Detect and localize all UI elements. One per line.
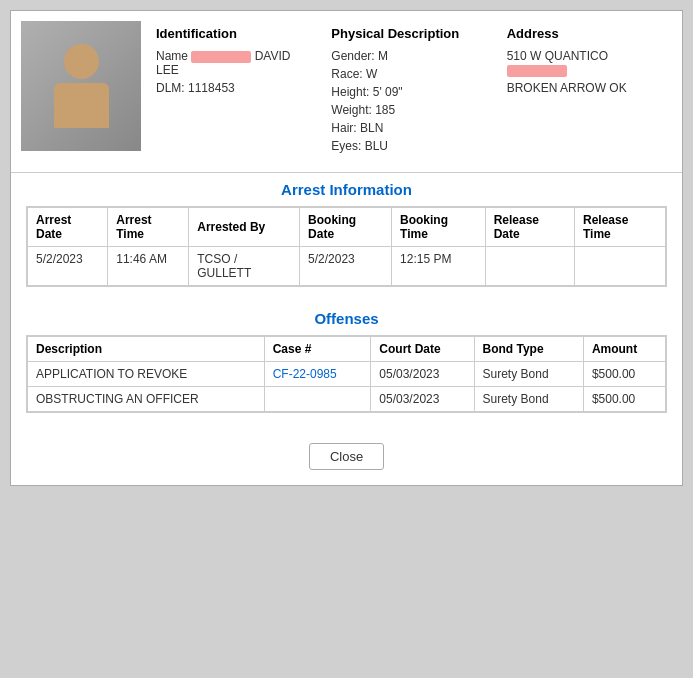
col-release-time: Release Time: [574, 208, 665, 247]
gender-row: Gender: M: [331, 49, 491, 63]
address-street: 510 W QUANTICO: [507, 49, 608, 63]
info-section: Identification Name DAVID LEE DLM: 11184…: [11, 11, 682, 173]
eyes-value: BLU: [365, 139, 388, 153]
arrest-section-title: Arrest Information: [11, 173, 682, 206]
arrest-table-header-row: Arrest Date Arrest Time Arrested By Book…: [28, 208, 666, 247]
case-number: [264, 387, 371, 412]
table-cell: 11:46 AM: [108, 247, 189, 286]
table-cell: [574, 247, 665, 286]
height-row: Height: 5' 09": [331, 85, 491, 99]
identification-column: Identification Name DAVID LEE DLM: 11184…: [151, 21, 321, 162]
bond-amount: $500.00: [583, 387, 665, 412]
col-arrested-by: Arrested By: [189, 208, 300, 247]
offense-description: OBSTRUCTING AN OFFICER: [28, 387, 265, 412]
col-description: Description: [28, 337, 265, 362]
physical-description-column: Physical Description Gender: M Race: W H…: [326, 21, 496, 162]
table-row: OBSTRUCTING AN OFFICER05/03/2023Surety B…: [28, 387, 666, 412]
weight-row: Weight: 185: [331, 103, 491, 117]
arrest-table-container: Arrest Date Arrest Time Arrested By Book…: [11, 206, 682, 302]
dlm-value: 1118453: [188, 81, 235, 95]
offenses-table-container: Description Case # Court Date Bond Type …: [11, 335, 682, 428]
physical-description-header: Physical Description: [331, 26, 491, 41]
hair-value: BLN: [360, 121, 383, 135]
offenses-header-row: Description Case # Court Date Bond Type …: [28, 337, 666, 362]
height-value: 5' 09": [373, 85, 403, 99]
name-redacted: [191, 51, 251, 63]
weight-value: 185: [375, 103, 395, 117]
offenses-section-title: Offenses: [11, 302, 682, 335]
hair-row: Hair: BLN: [331, 121, 491, 135]
table-cell: 5/2/2023: [28, 247, 108, 286]
race-label: Race:: [331, 67, 362, 81]
col-amount: Amount: [583, 337, 665, 362]
close-button[interactable]: Close: [309, 443, 384, 470]
mugshot-photo: [21, 21, 141, 151]
col-bond-type: Bond Type: [474, 337, 583, 362]
race-value: W: [366, 67, 377, 81]
bond-type: Surety Bond: [474, 362, 583, 387]
eyes-row: Eyes: BLU: [331, 139, 491, 153]
table-cell: TCSO / GULLETT: [189, 247, 300, 286]
col-release-date: Release Date: [485, 208, 574, 247]
offenses-table: Description Case # Court Date Bond Type …: [27, 336, 666, 412]
name-label: Name: [156, 49, 191, 63]
name-row: Name DAVID LEE: [156, 49, 316, 77]
arrest-info-section: Arrest Information Arrest Date Arrest Ti…: [11, 173, 682, 302]
bond-amount: $500.00: [583, 362, 665, 387]
gender-value: M: [378, 49, 388, 63]
arrest-table: Arrest Date Arrest Time Arrested By Book…: [27, 207, 666, 286]
address-redacted: [507, 65, 567, 77]
table-cell: 5/2/2023: [300, 247, 392, 286]
address-line2: BROKEN ARROW OK: [507, 81, 667, 95]
gender-label: Gender:: [331, 49, 374, 63]
race-row: Race: W: [331, 67, 491, 81]
case-link[interactable]: CF-22-0985: [273, 367, 337, 381]
table-row: 5/2/202311:46 AMTCSO / GULLETT5/2/202312…: [28, 247, 666, 286]
col-booking-time: Booking Time: [392, 208, 486, 247]
address-column: Address 510 W QUANTICO BROKEN ARROW OK: [502, 21, 672, 162]
main-container: Identification Name DAVID LEE DLM: 11184…: [10, 10, 683, 486]
identification-header: Identification: [156, 26, 316, 41]
eyes-label: Eyes:: [331, 139, 361, 153]
hair-label: Hair:: [331, 121, 356, 135]
bond-type: Surety Bond: [474, 387, 583, 412]
court-date: 05/03/2023: [371, 387, 474, 412]
offense-description: APPLICATION TO REVOKE: [28, 362, 265, 387]
case-number[interactable]: CF-22-0985: [264, 362, 371, 387]
dlm-label: DLM:: [156, 81, 185, 95]
address-header: Address: [507, 26, 667, 41]
table-cell: 12:15 PM: [392, 247, 486, 286]
table-row: APPLICATION TO REVOKECF-22-098505/03/202…: [28, 362, 666, 387]
col-arrest-date: Arrest Date: [28, 208, 108, 247]
col-arrest-time: Arrest Time: [108, 208, 189, 247]
offenses-section: Offenses Description Case # Court Date B…: [11, 302, 682, 428]
info-columns: Identification Name DAVID LEE DLM: 11184…: [151, 21, 672, 162]
height-label: Height:: [331, 85, 369, 99]
weight-label: Weight:: [331, 103, 371, 117]
dlm-row: DLM: 1118453: [156, 81, 316, 95]
court-date: 05/03/2023: [371, 362, 474, 387]
col-booking-date: Booking Date: [300, 208, 392, 247]
col-case-num: Case #: [264, 337, 371, 362]
address-line1: 510 W QUANTICO: [507, 49, 667, 77]
table-cell: [485, 247, 574, 286]
col-court-date: Court Date: [371, 337, 474, 362]
footer: Close: [11, 428, 682, 485]
